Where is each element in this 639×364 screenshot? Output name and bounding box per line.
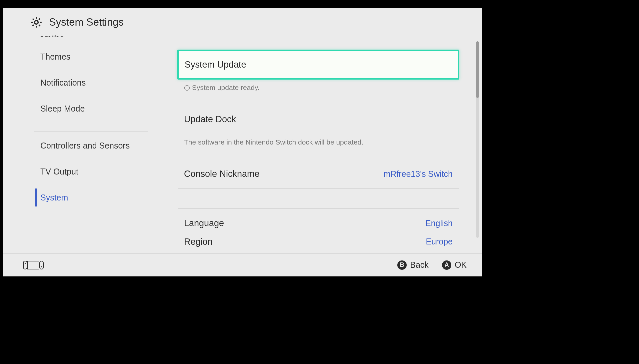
sidebar-item-label: TV Output <box>40 167 78 177</box>
header: System Settings <box>3 8 482 35</box>
spacer-row <box>178 189 459 209</box>
sidebar-item-controllers[interactable]: Controllers and Sensors <box>3 133 151 159</box>
row-language: Language English <box>178 209 459 238</box>
language-button[interactable]: Language English <box>178 209 459 238</box>
back-label: Back <box>410 260 429 270</box>
row-console-nickname: Console Nickname mRfree13's Switch <box>178 160 459 189</box>
b-button-icon: B <box>397 260 407 270</box>
svg-point-0 <box>35 21 38 24</box>
row-region: Region Europe <box>178 238 459 247</box>
sidebar-item-label: Notifications <box>40 78 86 88</box>
sidebar-item-label: System <box>40 193 68 202</box>
sidebar-item-sleep-mode[interactable]: Sleep Mode <box>3 96 151 122</box>
sidebar-item-label: amiibo <box>40 35 64 37</box>
sidebar-group-2: Controllers and Sensors TV Output System <box>3 132 151 210</box>
console-nickname-button[interactable]: Console Nickname mRfree13's Switch <box>178 160 459 189</box>
sidebar-item-system[interactable]: System <box>3 184 151 210</box>
sidebar: amiibo Themes Notifications Sleep Mode C… <box>3 35 151 253</box>
settings-screen: System Settings amiibo Themes Notificati… <box>3 8 482 276</box>
sidebar-item-label: Controllers and Sensors <box>40 141 130 151</box>
row-subtext: The software in the Nintendo Switch dock… <box>178 134 459 160</box>
ok-label: OK <box>455 260 467 270</box>
body: amiibo Themes Notifications Sleep Mode C… <box>3 35 482 253</box>
system-update-button[interactable]: System Update <box>177 50 459 80</box>
svg-rect-4 <box>23 261 27 269</box>
sidebar-item-themes[interactable]: Themes <box>3 44 151 70</box>
row-value: mRfree13's Switch <box>383 169 453 179</box>
sidebar-item-tv-output[interactable]: TV Output <box>3 159 151 184</box>
row-label: Language <box>184 218 224 228</box>
footer-actions: B Back A OK <box>397 260 467 270</box>
row-label: Update Dock <box>184 114 236 125</box>
scrollbar-thumb[interactable] <box>476 41 479 98</box>
row-label: System Update <box>185 60 246 70</box>
sidebar-item-label: Themes <box>40 52 70 62</box>
page-title: System Settings <box>49 16 124 28</box>
sidebar-item-cutoff[interactable]: amiibo <box>3 35 151 37</box>
row-update-dock: Update Dock The software in the Nintendo… <box>178 105 459 160</box>
row-label: Region <box>184 238 213 247</box>
main-panel: System Update System update ready. U <box>151 35 482 253</box>
row-subtext-label: The software in the Nintendo Switch dock… <box>184 138 363 146</box>
back-button[interactable]: B Back <box>397 260 429 270</box>
info-icon <box>184 85 190 91</box>
row-label: Console Nickname <box>184 169 260 179</box>
footer: B Back A OK <box>3 253 482 276</box>
row-system-update: System Update System update ready. <box>178 50 459 105</box>
ok-button[interactable]: A OK <box>442 260 467 270</box>
sidebar-item-label: Sleep Mode <box>40 104 85 114</box>
row-value: Europe <box>426 238 453 246</box>
svg-point-8 <box>41 266 42 267</box>
svg-rect-6 <box>28 261 39 269</box>
controller-icon <box>23 260 44 270</box>
svg-point-3 <box>187 87 187 87</box>
a-button-icon: A <box>442 260 451 270</box>
row-value: English <box>425 218 453 228</box>
svg-point-5 <box>25 263 26 264</box>
sidebar-item-notifications[interactable]: Notifications <box>3 70 151 96</box>
row-subtext: System update ready. <box>178 80 459 105</box>
region-button[interactable]: Region Europe <box>178 238 459 247</box>
row-subtext-label: System update ready. <box>192 84 260 92</box>
gear-icon <box>30 16 43 29</box>
sidebar-group-1: Themes Notifications Sleep Mode <box>3 37 151 122</box>
update-dock-button[interactable]: Update Dock <box>178 105 459 134</box>
svg-rect-7 <box>40 261 43 269</box>
